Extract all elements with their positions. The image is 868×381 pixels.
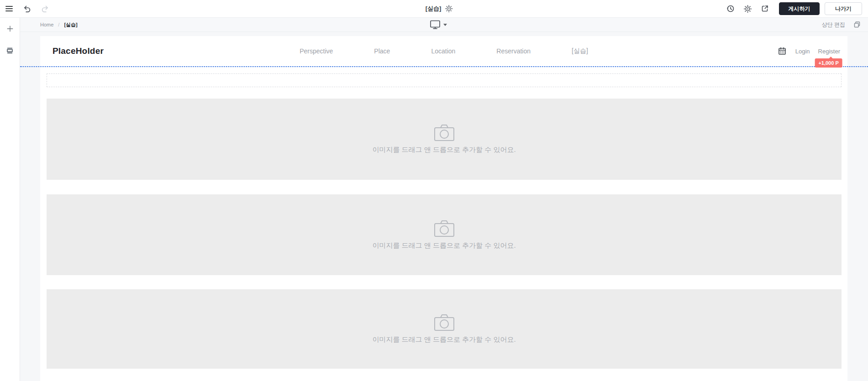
nav-item-location[interactable]: Location xyxy=(431,47,455,55)
editor-sidebar xyxy=(0,18,20,381)
breadcrumb: Home / [실습] xyxy=(40,18,78,31)
camera-icon xyxy=(434,220,455,237)
settings-button[interactable] xyxy=(743,4,752,14)
nav-item-place[interactable]: Place xyxy=(374,47,390,55)
page-title: [실습] xyxy=(426,5,442,13)
site-page: PlaceHolder Perspective Place Location R… xyxy=(40,36,847,381)
desktop-monitor-icon xyxy=(430,20,441,29)
login-link[interactable]: Login xyxy=(795,48,810,55)
site-header: PlaceHolder Perspective Place Location R… xyxy=(40,36,847,66)
chevron-down-icon xyxy=(443,24,447,26)
device-selector[interactable] xyxy=(430,18,447,31)
history-button[interactable] xyxy=(726,4,736,14)
site-logo[interactable]: PlaceHolder xyxy=(53,36,104,66)
pages-icon xyxy=(853,21,861,29)
gear-icon xyxy=(744,5,752,13)
external-link-icon xyxy=(761,5,769,13)
toolbar-left-group xyxy=(5,0,50,17)
undo-icon xyxy=(23,5,31,13)
editor-canvas: PlaceHolder Perspective Place Location R… xyxy=(20,32,868,381)
menu-button[interactable] xyxy=(5,5,14,12)
editor-subbar: Home / [실습] 상단 편집 xyxy=(20,18,868,32)
plus-icon xyxy=(6,25,14,32)
register-link[interactable]: Register xyxy=(818,48,840,55)
redo-button[interactable] xyxy=(40,4,50,14)
empty-widget-dropzone[interactable] xyxy=(47,73,842,87)
editor-topbar: [실습] xyxy=(0,0,868,18)
calendar-icon xyxy=(778,47,786,55)
breadcrumb-current[interactable]: [실습] xyxy=(64,21,77,28)
camera-icon xyxy=(434,314,455,331)
image-dropzone-section[interactable]: 이미지를 드래그 앤 드롭으로 추가할 수 있어요. xyxy=(47,99,842,180)
site-nav: Perspective Place Location Reservation [… xyxy=(300,36,588,66)
gear-icon xyxy=(445,5,452,12)
reservation-calendar-button[interactable] xyxy=(777,46,787,56)
camera-icon xyxy=(434,124,455,141)
exit-button[interactable]: 나가기 xyxy=(825,2,862,15)
history-clock-icon xyxy=(726,5,735,13)
image-dropzone-hint: 이미지를 드래그 앤 드롭으로 추가할 수 있어요. xyxy=(372,146,516,154)
editor-screen: [실습] xyxy=(0,0,868,381)
image-dropzone-hint: 이미지를 드래그 앤 드롭으로 추가할 수 있어요. xyxy=(372,335,516,344)
page-settings-button[interactable] xyxy=(444,4,453,13)
image-dropzone-section[interactable]: 이미지를 드래그 앤 드롭으로 추가할 수 있어요. xyxy=(47,289,842,369)
sections-panel-button[interactable] xyxy=(5,46,15,55)
add-section-button[interactable] xyxy=(5,24,15,33)
nav-item-perspective[interactable]: Perspective xyxy=(300,47,333,55)
nav-item-reservation[interactable]: Reservation xyxy=(496,47,531,55)
section-stack-icon xyxy=(6,47,14,54)
hamburger-icon xyxy=(5,6,13,11)
toolbar-center-group: [실습] xyxy=(426,0,454,17)
image-dropzone-section[interactable]: 이미지를 드래그 앤 드롭으로 추가할 수 있어요. xyxy=(47,194,842,275)
publish-button[interactable]: 게시하기 xyxy=(779,2,820,15)
subbar-right-group: 상단 편집 xyxy=(822,18,862,31)
edit-header-label[interactable]: 상단 편집 xyxy=(822,21,845,29)
point-badge: +1,000 P xyxy=(815,58,842,68)
redo-icon xyxy=(41,5,49,13)
header-pages-button[interactable] xyxy=(852,20,862,30)
section-divider-line[interactable] xyxy=(20,66,868,67)
site-auth-group: Login Register +1,000 P xyxy=(777,36,840,66)
register-wrap: Register +1,000 P xyxy=(818,48,840,55)
open-site-button[interactable] xyxy=(760,4,770,14)
nav-item-silseup[interactable]: [실습] xyxy=(572,47,588,55)
breadcrumb-separator: / xyxy=(58,22,59,27)
breadcrumb-home[interactable]: Home xyxy=(40,22,53,27)
toolbar-right-group: 게시하기 나가기 xyxy=(718,0,862,17)
image-dropzone-hint: 이미지를 드래그 앤 드롭으로 추가할 수 있어요. xyxy=(372,241,516,250)
undo-button[interactable] xyxy=(22,4,32,14)
